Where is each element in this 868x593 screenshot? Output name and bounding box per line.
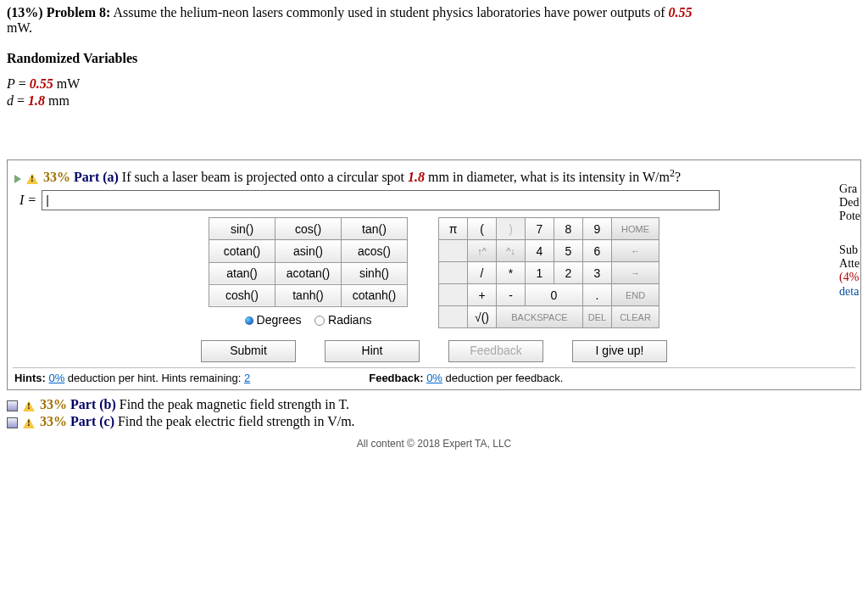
key-blank2 <box>439 262 468 284</box>
variable-P: P = 0.55 mW <box>7 76 861 92</box>
problem-text: Assume the helium-neon lasers commonly u… <box>113 5 668 20</box>
key-pi[interactable]: π <box>439 218 468 240</box>
key-blank3 <box>439 284 468 306</box>
key-3[interactable]: 3 <box>583 262 612 284</box>
fn-acos[interactable]: acos() <box>342 240 408 262</box>
submit-button[interactable]: Submit <box>201 340 296 362</box>
fn-atan[interactable]: atan() <box>209 262 275 284</box>
key-down[interactable]: ^↓ <box>497 240 526 262</box>
key-left[interactable]: ← <box>612 240 659 262</box>
action-buttons: Submit Hint Feedback I give up! <box>13 340 855 362</box>
fn-tanh[interactable]: tanh() <box>275 284 342 306</box>
key-lparen[interactable]: ( <box>468 218 497 240</box>
keypad: sin() cos() tan() cotan() asin() acos() … <box>13 217 855 328</box>
warning-icon <box>23 417 35 428</box>
problem-percent: (13%) <box>7 5 43 20</box>
key-del[interactable]: DEL <box>583 306 612 328</box>
variable-d: d = 1.8 mm <box>7 93 861 109</box>
key-0[interactable]: 0 <box>526 284 583 306</box>
key-minus[interactable]: - <box>497 284 526 306</box>
key-sqrt[interactable]: √() <box>468 306 497 328</box>
key-8[interactable]: 8 <box>554 218 583 240</box>
key-clear[interactable]: CLEAR <box>612 306 659 328</box>
details-link[interactable]: deta <box>839 285 859 298</box>
key-right[interactable]: → <box>612 262 659 284</box>
key-blank1 <box>439 240 468 262</box>
key-9[interactable]: 9 <box>583 218 612 240</box>
key-end[interactable]: END <box>612 284 659 306</box>
fn-sinh[interactable]: sinh() <box>342 262 408 284</box>
problem-unit: mW. <box>7 20 32 35</box>
warning-icon <box>26 173 38 184</box>
numeric-keypad: π ( ) 7 8 9 HOME ↑^ ^↓ 4 5 6 ← / * <box>438 217 659 328</box>
key-blank4 <box>439 306 468 328</box>
key-rparen[interactable]: ) <box>497 218 526 240</box>
fn-cos[interactable]: cos() <box>275 218 342 240</box>
problem-heading: (13%) Problem 8: Assume the helium-neon … <box>7 5 861 36</box>
part-a-question: 33% Part (a) If such a laser beam is pro… <box>14 167 855 185</box>
problem-label: Problem 8: <box>47 5 111 20</box>
warning-icon <box>23 400 35 411</box>
random-variables-heading: Randomized Variables <box>7 51 861 66</box>
hint-button[interactable]: Hint <box>325 340 420 362</box>
expand-icon[interactable] <box>7 417 18 428</box>
play-icon[interactable] <box>14 175 21 183</box>
part-a-panel: 33% Part (a) If such a laser beam is pro… <box>7 159 861 390</box>
key-6[interactable]: 6 <box>583 240 612 262</box>
answer-input[interactable] <box>42 190 720 210</box>
key-star[interactable]: * <box>497 262 526 284</box>
feedback-info: Feedback: 0% deduction per feedback. <box>369 372 563 384</box>
part-c-row[interactable]: 33% Part (c) Find the peak electric fiel… <box>7 414 861 429</box>
fn-asin[interactable]: asin() <box>275 240 342 262</box>
footer-copyright: All content © 2018 Expert TA, LLC <box>7 438 861 450</box>
expand-icon[interactable] <box>7 400 18 411</box>
key-up[interactable]: ↑^ <box>468 240 497 262</box>
fn-cotanh[interactable]: cotanh() <box>342 284 408 306</box>
fn-sin[interactable]: sin() <box>209 218 275 240</box>
key-2[interactable]: 2 <box>554 262 583 284</box>
other-parts: 33% Part (b) Find the peak magnetic fiel… <box>7 397 861 429</box>
key-plus[interactable]: + <box>468 284 497 306</box>
side-summary: Gra Ded Pote Sub Atte (4% deta <box>839 182 860 299</box>
key-home[interactable]: HOME <box>612 218 659 240</box>
function-keypad: sin() cos() tan() cotan() asin() acos() … <box>209 217 408 328</box>
giveup-button[interactable]: I give up! <box>572 340 667 362</box>
key-backspace[interactable]: BACKSPACE <box>497 306 583 328</box>
hint-feedback-info: Hints: 0% deduction per hint. Hints rema… <box>13 367 855 386</box>
fn-tan[interactable]: tan() <box>342 218 408 240</box>
key-slash[interactable]: / <box>468 262 497 284</box>
key-7[interactable]: 7 <box>526 218 554 240</box>
feedback-button[interactable]: Feedback <box>448 340 543 362</box>
answer-row: I = <box>19 190 855 210</box>
key-4[interactable]: 4 <box>526 240 554 262</box>
key-dot[interactable]: . <box>583 284 612 306</box>
radians-radio[interactable]: Radians <box>314 313 371 327</box>
key-1[interactable]: 1 <box>526 262 554 284</box>
part-b-row[interactable]: 33% Part (b) Find the peak magnetic fiel… <box>7 397 861 412</box>
hints-info: Hints: 0% deduction per hint. Hints rema… <box>14 372 250 384</box>
problem-power-value: 0.55 <box>668 5 692 20</box>
key-5[interactable]: 5 <box>554 240 583 262</box>
answer-lhs: I = <box>19 193 36 208</box>
degrees-radio[interactable]: Degrees <box>245 313 302 327</box>
fn-cosh[interactable]: cosh() <box>209 284 275 306</box>
fn-cotan[interactable]: cotan() <box>209 240 275 262</box>
fn-acotan[interactable]: acotan() <box>275 262 342 284</box>
